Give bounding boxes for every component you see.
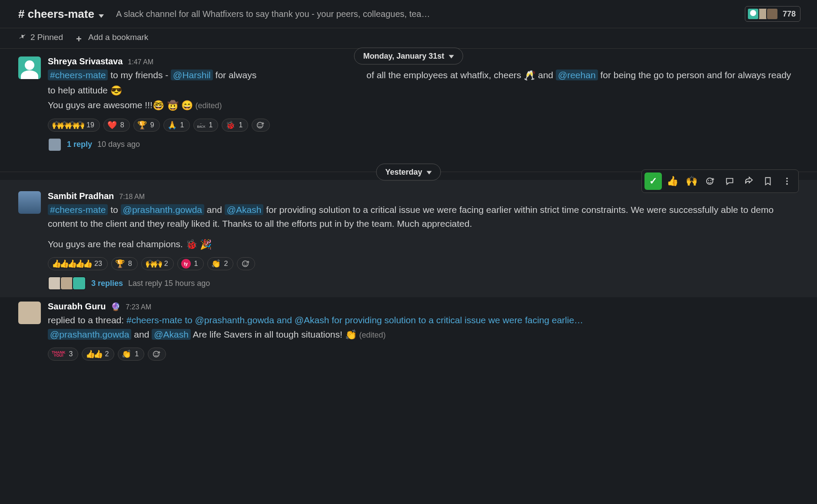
- thread-summary[interactable]: 3 replies Last reply 15 hours ago: [48, 276, 799, 290]
- message-text: replied to a thread: #cheers-mate to @pr…: [48, 313, 799, 342]
- thumbs-up-icon: 👍👍: [86, 349, 101, 359]
- reactions-bar: THANKYOU!3 👍👍2 👏1: [48, 348, 799, 361]
- thumbs-up-icon: 👍👍👍👍👍: [52, 259, 91, 269]
- reaction[interactable]: 🙌🙌🙌🙌19: [48, 119, 100, 132]
- date-pill[interactable]: Yesterday: [376, 163, 441, 180]
- thread-link[interactable]: #cheers-mate to @prashanth.gowda and @Ak…: [126, 315, 583, 325]
- reaction[interactable]: 👍👍2: [82, 348, 114, 361]
- message-list: Shreya Srivastava 1:47 AM #cheers-mate t…: [0, 49, 817, 368]
- share-button[interactable]: [740, 172, 757, 190]
- add-reaction-icon: [153, 350, 161, 358]
- avatar: [747, 8, 759, 20]
- raised-hands-button[interactable]: 🙌: [683, 172, 700, 190]
- sunglasses-emoji-icon: 😎: [110, 85, 122, 96]
- edited-label: (edited): [359, 331, 386, 339]
- svg-point-2: [261, 124, 262, 125]
- add-bookmark-label: Add a bookmark: [88, 33, 148, 42]
- avatar[interactable]: [18, 56, 41, 79]
- members-button[interactable]: 778: [745, 6, 800, 22]
- channel-name-button[interactable]: # cheers-mate: [18, 7, 104, 21]
- mention[interactable]: @prashanth.gowda: [121, 204, 204, 215]
- mention[interactable]: @Akash: [152, 329, 191, 340]
- bookmark-icon: [763, 176, 773, 186]
- edited-label: (edited): [195, 101, 222, 110]
- message-author[interactable]: Saurabh Guru: [48, 302, 106, 312]
- add-reaction-button[interactable]: [237, 257, 255, 270]
- message-text: #cheers-mate to @prashanth.gowda and @Ak…: [48, 203, 799, 252]
- svg-point-5: [711, 180, 711, 181]
- reply-thread-button[interactable]: [721, 172, 738, 190]
- svg-point-8: [786, 183, 788, 185]
- share-icon: [744, 176, 754, 186]
- message-timestamp[interactable]: 1:47 AM: [128, 58, 153, 66]
- reply-time: Last reply 15 hours ago: [128, 279, 210, 288]
- reaction[interactable]: ❤️8: [103, 119, 130, 132]
- avatar[interactable]: [18, 302, 41, 324]
- pinned-label: 2 Pinned: [30, 33, 63, 42]
- trophy-icon: 🏆: [115, 259, 125, 269]
- heart-icon: ❤️: [107, 120, 117, 130]
- add-reaction-icon: [242, 259, 250, 268]
- mention[interactable]: @prashanth.gowda: [48, 329, 131, 340]
- reply-avatars: [48, 138, 62, 152]
- reaction[interactable]: 👍👍👍👍👍23: [48, 257, 108, 270]
- reaction[interactable]: 🏆9: [133, 119, 160, 132]
- bug-icon: 🐞: [226, 120, 235, 130]
- thumbs-up-button[interactable]: 👍: [664, 172, 681, 190]
- message-author[interactable]: Sambit Pradhan: [48, 191, 114, 201]
- reaction[interactable]: 🙏1: [163, 119, 190, 132]
- message-timestamp[interactable]: 7:23 AM: [126, 303, 151, 311]
- clinking-glasses-icon: 🥂: [524, 70, 535, 81]
- more-actions-button[interactable]: [778, 172, 796, 190]
- message-row: ✓ 👍 🙌 Sambit Pradhan 7:18 AM #cheers-mat…: [0, 180, 817, 298]
- add-bookmark-button[interactable]: + Add a bookmark: [76, 33, 148, 42]
- mark-complete-button[interactable]: ✓: [644, 172, 662, 190]
- reaction[interactable]: ty1: [177, 257, 204, 270]
- party-popper-icon: 🎉: [200, 239, 212, 250]
- message-timestamp[interactable]: 7:18 AM: [119, 193, 145, 201]
- reaction[interactable]: ←BACK1: [193, 119, 219, 132]
- plus-icon: +: [76, 33, 84, 41]
- reaction[interactable]: 👏2: [207, 257, 234, 270]
- bookmarks-bar: 2 Pinned + Add a bookmark: [0, 28, 817, 49]
- add-reaction-button[interactable]: [702, 172, 719, 190]
- raised-hands-icon: 🙌🙌🙌🙌: [52, 120, 83, 130]
- add-reaction-button[interactable]: [252, 119, 270, 132]
- svg-point-4: [708, 180, 709, 181]
- message-row: Shreya Srivastava 1:47 AM #cheers-mate t…: [0, 49, 817, 159]
- message-action-toolbar: ✓ 👍 🙌: [641, 169, 799, 193]
- reaction[interactable]: 🙌🙌2: [141, 257, 174, 270]
- cowboy-emoji-icon: 🤠: [167, 100, 179, 111]
- thread-summary[interactable]: 1 reply 10 days ago: [48, 138, 799, 152]
- message-text: #cheers-mate to my friends - @Harshil fo…: [48, 68, 799, 113]
- reply-avatars: [48, 276, 86, 290]
- channel-topic[interactable]: A slack channel for all Whatfixers to sa…: [116, 9, 733, 19]
- channel-link[interactable]: #cheers-mate: [48, 204, 108, 215]
- mention[interactable]: @Harshil: [171, 70, 213, 80]
- svg-point-11: [246, 262, 247, 263]
- pray-icon: 🙏: [167, 120, 177, 130]
- grin-emoji-icon: 😄: [181, 100, 193, 111]
- add-reaction-button[interactable]: [148, 348, 166, 361]
- reaction[interactable]: 👏1: [118, 348, 144, 361]
- clap-icon: 👏: [211, 259, 221, 269]
- channel-link[interactable]: #cheers-mate: [48, 70, 108, 80]
- bookmark-button[interactable]: [759, 172, 777, 190]
- nerd-emoji-icon: 🤓: [153, 100, 164, 111]
- message-author[interactable]: Shreya Srivastava: [48, 56, 123, 66]
- reaction[interactable]: 🏆8: [111, 257, 138, 270]
- reaction[interactable]: 🐞1: [222, 119, 248, 132]
- bug-emoji-icon: 🐞: [186, 239, 197, 250]
- date-pill[interactable]: Monday, January 31st: [354, 47, 463, 64]
- reaction[interactable]: THANKYOU!3: [48, 348, 78, 361]
- svg-point-1: [259, 124, 259, 125]
- avatar[interactable]: [18, 191, 41, 214]
- thumbs-up-icon: 👍: [667, 176, 678, 187]
- svg-point-10: [244, 262, 245, 263]
- mention[interactable]: @Akash: [225, 204, 264, 215]
- member-avatars: [747, 8, 776, 20]
- thank-you-heart-icon: ty: [181, 259, 191, 269]
- mention[interactable]: @reehan: [556, 70, 598, 80]
- pinned-button[interactable]: 2 Pinned: [18, 33, 63, 42]
- svg-point-14: [157, 353, 158, 354]
